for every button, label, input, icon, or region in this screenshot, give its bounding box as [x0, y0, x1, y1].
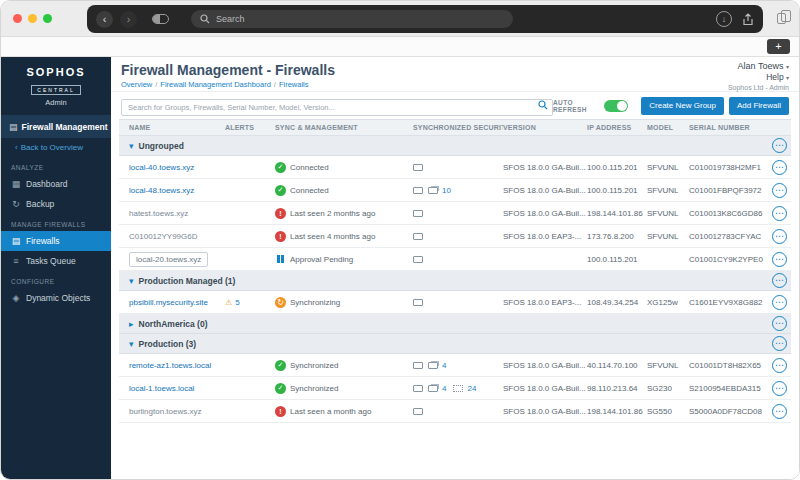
- group-row: ▸NorthAmerica (0)⋯: [119, 314, 791, 334]
- column-header-sync-management[interactable]: SYNC & MANAGEMENT: [275, 124, 413, 131]
- row-menu-button[interactable]: ⋯: [772, 358, 787, 373]
- group-name[interactable]: Ungrouped: [139, 141, 184, 151]
- group-name[interactable]: Production (3): [139, 339, 197, 349]
- row-menu-button[interactable]: ⋯: [772, 404, 787, 419]
- alerts-cell: ⚠5: [225, 298, 275, 307]
- version-cell: SFOS 18.0.0 GA-Buil...: [503, 163, 587, 172]
- sync-management-cell: !Last seen 2 months ago: [275, 208, 413, 219]
- download-icon[interactable]: ↓: [716, 11, 732, 27]
- security-count[interactable]: 10: [442, 186, 451, 195]
- create-new-group-button[interactable]: Create New Group: [641, 97, 724, 115]
- firewall-name[interactable]: local-40.toews.xyz: [129, 163, 194, 172]
- row-menu-button[interactable]: ⋯: [772, 381, 787, 396]
- ip-address-cell: 100.0.115.201: [587, 255, 647, 264]
- model-cell: SG230: [647, 384, 689, 393]
- row-menu-button[interactable]: ⋯: [772, 229, 787, 244]
- serial-number-cell: S5000A0DF78CD08: [689, 407, 765, 416]
- sync-status-label: Connected: [290, 163, 329, 172]
- firewall-name[interactable]: remote-az1.toews.local: [129, 361, 211, 370]
- sync-management-cell: ↻Synchronizing: [275, 297, 413, 308]
- tabs-overview-icon[interactable]: [777, 13, 786, 24]
- lastseen-status-icon: !: [275, 231, 286, 242]
- synchronized-security-cell: [413, 408, 503, 415]
- row-menu-button[interactable]: ⋯: [772, 206, 787, 221]
- group-row: ▾Production Managed (1)⋯: [119, 271, 791, 291]
- auto-refresh-label: AUTO REFRESH: [553, 99, 599, 113]
- chevron-down-icon[interactable]: ▾: [129, 339, 134, 349]
- breadcrumb-firewall-management-dashboard[interactable]: Firewall Management Dashboard: [160, 80, 270, 89]
- search-icon: [200, 14, 210, 24]
- version-cell: SFOS 18.0.0 EAP3-...: [503, 298, 587, 307]
- share-icon[interactable]: [742, 13, 754, 26]
- column-header-synchronized-security[interactable]: SYNCHRONIZED SECURITY: [413, 124, 503, 131]
- group-name[interactable]: Production Managed (1): [139, 276, 236, 286]
- synchronized-security-cell: [413, 256, 503, 263]
- auto-refresh-toggle[interactable]: [604, 100, 628, 112]
- sidebar-item-backup[interactable]: ↻ Backup: [1, 194, 111, 214]
- section-label-manage-firewalls: MANAGE FIREWALLS: [1, 214, 111, 231]
- sidebar-toggle-icon[interactable]: [152, 14, 169, 24]
- row-menu-button[interactable]: ⋯: [772, 252, 787, 267]
- group-menu-button[interactable]: ⋯: [772, 273, 787, 288]
- firewall-row: burlington.toews.xyz!Last seen a month a…: [119, 400, 791, 423]
- column-header-ip-address[interactable]: IP ADDRESS: [587, 124, 647, 131]
- tasks-queue-icon: ≡: [11, 256, 21, 266]
- close-window-button[interactable]: [13, 14, 22, 23]
- maximize-window-button[interactable]: [43, 14, 52, 23]
- minimize-window-button[interactable]: [28, 14, 37, 23]
- group-menu-button[interactable]: ⋯: [772, 336, 787, 351]
- forward-button[interactable]: ›: [120, 11, 137, 28]
- firewall-name[interactable]: pbsibill.mysecurity.site: [129, 298, 208, 307]
- row-menu-button[interactable]: ⋯: [772, 295, 787, 310]
- chevron-right-icon[interactable]: ▸: [129, 319, 134, 329]
- sidebar-item-dashboard[interactable]: ▦ Dashboard: [1, 174, 111, 194]
- sync-status-label: Synchronized: [290, 384, 338, 393]
- sidebar-item-dynamic-objects[interactable]: ◈ Dynamic Objects: [1, 288, 111, 308]
- chevron-down-icon[interactable]: ▾: [129, 141, 134, 151]
- sync-status-label: Connected: [290, 186, 329, 195]
- backup-icon: ↻: [11, 199, 21, 209]
- sidebar-item-firewalls[interactable]: ▤ Firewalls: [1, 231, 111, 251]
- sidebar-item-tasks-queue[interactable]: ≡ Tasks Queue: [1, 251, 111, 271]
- table-header: NAME ALERTS SYNC & MANAGEMENT SYNCHRONIZ…: [119, 119, 791, 136]
- add-firewall-button[interactable]: Add Firewall: [729, 97, 789, 115]
- browser-search-bar[interactable]: Search: [191, 10, 513, 28]
- sidebar-app-title[interactable]: ▤ Firewall Management: [1, 115, 111, 138]
- column-header-name[interactable]: NAME: [119, 124, 225, 131]
- alert-count[interactable]: 5: [235, 298, 239, 307]
- user-menu[interactable]: Alan Toews ▾: [728, 61, 789, 72]
- security-count[interactable]: 24: [467, 384, 476, 393]
- column-header-serial-number[interactable]: SERIAL NUMBER: [689, 124, 765, 131]
- back-to-overview-link[interactable]: ‹ Back to Overview: [1, 138, 111, 157]
- group-name[interactable]: NorthAmerica (0): [139, 319, 208, 329]
- synchronized-status-icon: ✓: [275, 360, 286, 371]
- name-cell: remote-az1.toews.local: [119, 361, 225, 370]
- back-button[interactable]: ‹: [96, 11, 113, 28]
- breadcrumb-overview[interactable]: Overview: [121, 80, 152, 89]
- synchronized-status-icon: ✓: [275, 383, 286, 394]
- serial-number-cell: C1601EYV9X8G882: [689, 298, 765, 307]
- window-controls: [13, 14, 52, 23]
- group-menu-button[interactable]: ⋯: [772, 138, 787, 153]
- row-menu-button[interactable]: ⋯: [772, 183, 787, 198]
- firewall-row: local-40.toews.xyz✓ConnectedSFOS 18.0.0 …: [119, 156, 791, 179]
- search-icon[interactable]: [538, 100, 548, 110]
- group-menu-button[interactable]: ⋯: [772, 316, 787, 331]
- browser-toolbar: ‹ › Search ↓: [87, 5, 763, 33]
- column-header-version[interactable]: VERSION: [503, 124, 587, 131]
- version-cell: SFOS 18.0.0 GA-Buil...: [503, 186, 587, 195]
- new-tab-button[interactable]: +: [767, 39, 790, 54]
- security-count[interactable]: 4: [442, 384, 446, 393]
- firewall-name[interactable]: local-1.toews.local: [129, 384, 194, 393]
- chevron-down-icon[interactable]: ▾: [129, 276, 134, 286]
- search-input[interactable]: [121, 99, 553, 116]
- row-menu-button[interactable]: ⋯: [772, 160, 787, 175]
- column-header-alerts[interactable]: ALERTS: [225, 124, 275, 131]
- column-header-model[interactable]: MODEL: [647, 124, 689, 131]
- breadcrumb-firewalls[interactable]: Firewalls: [279, 80, 309, 89]
- security-count[interactable]: 4: [442, 361, 446, 370]
- monitor-icon: [413, 256, 423, 263]
- monitor-icon: [413, 299, 423, 306]
- firewall-name[interactable]: local-48.toews.xyz: [129, 186, 194, 195]
- help-menu[interactable]: Help ▾: [728, 72, 789, 83]
